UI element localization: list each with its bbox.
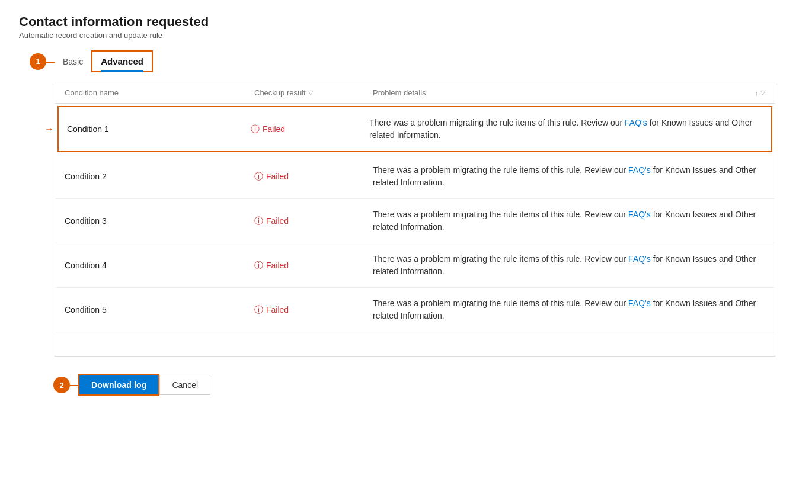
col-checkup-result: Checkup result ▽ <box>254 88 373 97</box>
faq-link-4[interactable]: FAQ's <box>628 254 651 264</box>
faq-link-5[interactable]: FAQ's <box>628 298 651 308</box>
row-arrow-icon: → <box>44 124 54 134</box>
page-subtitle: Automatic record creation and update rul… <box>19 31 793 40</box>
condition-5-name: Condition 5 <box>65 305 254 314</box>
condition-2-name: Condition 2 <box>65 172 254 181</box>
failed-icon-1: ⓘ <box>251 124 260 135</box>
condition-1-name: Condition 1 <box>67 124 251 134</box>
condition-4-name: Condition 4 <box>65 261 254 270</box>
condition-1-problem: There was a problem migrating the rule i… <box>369 117 763 142</box>
table-row: → Condition 1 ⓘ Failed There was a probl… <box>57 106 772 152</box>
page-header: Contact information requested Automatic … <box>19 14 793 40</box>
page-title: Contact information requested <box>19 14 793 30</box>
failed-icon-3: ⓘ <box>254 216 263 227</box>
faq-link-1[interactable]: FAQ's <box>625 118 647 127</box>
condition-4-problem: There was a problem migrating the rule i… <box>373 253 765 278</box>
step-2-badge: 2 <box>53 377 70 393</box>
condition-2-status: ⓘ Failed <box>254 171 373 182</box>
conditions-table: Condition name Checkup result ▽ Problem … <box>55 82 775 357</box>
table-header: Condition name Checkup result ▽ Problem … <box>55 82 775 104</box>
condition-1-status: ⓘ Failed <box>251 124 369 135</box>
faq-link-2[interactable]: FAQ's <box>628 165 651 175</box>
condition-3-name: Condition 3 <box>65 216 254 226</box>
tab-advanced[interactable]: Advanced <box>91 50 153 72</box>
sort-up-icon[interactable]: ↑ <box>755 89 759 97</box>
sort-filter-icon[interactable]: ▽ <box>760 89 765 97</box>
failed-icon-2: ⓘ <box>254 171 263 182</box>
col-condition-name: Condition name <box>65 88 254 97</box>
checkup-filter-icon[interactable]: ▽ <box>308 89 313 97</box>
table-row: Condition 5 ⓘ Failed There was a problem… <box>55 288 775 332</box>
connector-line-2 <box>70 385 78 386</box>
condition-5-status: ⓘ Failed <box>254 304 373 316</box>
table-sort-controls: ↑ ▽ <box>730 88 765 97</box>
tab-basic[interactable]: Basic <box>55 52 91 71</box>
failed-icon-5: ⓘ <box>254 304 263 316</box>
connector-line-1 <box>46 62 55 63</box>
bottom-actions: 2 Download log Cancel <box>78 374 793 396</box>
condition-5-problem: There was a problem migrating the rule i… <box>373 297 765 322</box>
condition-2-problem: There was a problem migrating the rule i… <box>373 164 765 189</box>
failed-icon-4: ⓘ <box>254 260 263 271</box>
table-row: Condition 2 ⓘ Failed There was a problem… <box>55 155 775 199</box>
faq-link-3[interactable]: FAQ's <box>628 210 651 219</box>
col-problem-details: Problem details <box>373 88 730 97</box>
cancel-button[interactable]: Cancel <box>159 375 210 395</box>
condition-4-status: ⓘ Failed <box>254 260 373 271</box>
condition-3-problem: There was a problem migrating the rule i… <box>373 208 765 233</box>
download-log-button[interactable]: Download log <box>78 374 159 396</box>
table-row: Condition 3 ⓘ Failed There was a problem… <box>55 199 775 243</box>
condition-3-status: ⓘ Failed <box>254 216 373 227</box>
step-1-badge: 1 <box>30 53 46 70</box>
table-empty-space <box>55 332 775 356</box>
table-row: Condition 4 ⓘ Failed There was a problem… <box>55 243 775 288</box>
